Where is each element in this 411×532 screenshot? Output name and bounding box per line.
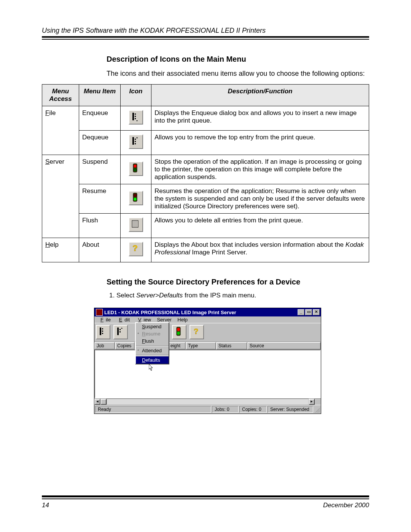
- svg-point-9: [134, 165, 137, 168]
- mi-separator2: [136, 355, 169, 356]
- menu-file[interactable]: File: [96, 316, 113, 323]
- svg-rect-4: [132, 137, 134, 145]
- cell-item-flush: Flush: [79, 214, 121, 238]
- section2-heading: Setting the Source Directory Preferences…: [107, 278, 369, 286]
- th-menu-access: Menu Access: [42, 85, 79, 106]
- footer-rule-thin: [42, 498, 369, 499]
- close-button[interactable]: ✕: [313, 309, 320, 315]
- cell-desc-suspend: Stops the operation of the application. …: [151, 155, 369, 184]
- server-dropdown: Suspend Resume Flush Attended Defaults: [135, 322, 169, 364]
- col-type[interactable]: Type: [186, 342, 216, 350]
- status-jobs: Jobs: 0: [212, 406, 239, 413]
- menu-help[interactable]: Help: [175, 316, 190, 323]
- cell-icon-about: ?: [121, 238, 151, 262]
- scroll-left-icon[interactable]: ◄: [94, 399, 100, 405]
- cell-icon-resume: [121, 184, 151, 214]
- dequeue-icon: [129, 134, 143, 149]
- svg-rect-22: [102, 331, 103, 332]
- cell-desc-resume: Resumes the operation of the application…: [151, 184, 369, 214]
- icon-table: Menu Access Menu Item Icon Description/F…: [42, 84, 369, 262]
- minimize-button[interactable]: _: [298, 309, 304, 315]
- menu-bar: File Edit View Server Help: [94, 316, 321, 323]
- scroll-right-icon[interactable]: ►: [309, 399, 315, 405]
- toolbar-help-icon[interactable]: ?: [190, 325, 204, 339]
- toolbar-traffic-icon[interactable]: [172, 325, 186, 339]
- window-title: LED1 - KODAK PROFESSIONAL LED Image Prin…: [104, 310, 236, 315]
- maximize-button[interactable]: ▭: [305, 309, 312, 315]
- step-list: Select Server>Defaults from the IPS main…: [107, 292, 369, 299]
- th-menu-item: Menu Item: [79, 85, 121, 106]
- cell-item-dequeue: Dequeue: [79, 131, 121, 155]
- mi-defaults[interactable]: Defaults: [136, 356, 169, 364]
- list-area[interactable]: [94, 350, 321, 398]
- horizontal-scrollbar[interactable]: ◄ ►: [94, 398, 321, 405]
- svg-line-32: [317, 410, 320, 412]
- toolbar-enqueue-icon[interactable]: [96, 325, 110, 339]
- cell-item-suspend: Suspend: [79, 155, 121, 184]
- status-bar: Ready Jobs: 0 Copies: 0 Server: Suspende…: [94, 405, 321, 414]
- mi-attended[interactable]: Attended: [136, 347, 169, 354]
- header-rule-thick: [42, 36, 369, 38]
- cell-desc-about: Displays the About box that includes ver…: [151, 238, 369, 262]
- svg-point-28: [177, 328, 180, 331]
- cell-icon-enqueue: [121, 106, 151, 131]
- cell-access-file: File: [42, 106, 79, 131]
- svg-rect-5: [135, 139, 136, 140]
- svg-rect-7: [135, 143, 136, 144]
- doc-header-title: Using the IPS Software with the KODAK PR…: [42, 27, 369, 35]
- svg-rect-26: [119, 331, 121, 332]
- cell-access-blank1: [42, 131, 79, 155]
- svg-text:?: ?: [132, 243, 137, 253]
- cell-icon-dequeue: [121, 131, 151, 155]
- section1-heading: Description of Icons on the Main Menu: [107, 55, 369, 64]
- mi-resume: Resume: [136, 330, 169, 337]
- th-description: Description/Function: [151, 85, 369, 106]
- mi-separator1: [136, 345, 169, 346]
- status-server: Server: Suspended: [268, 406, 313, 413]
- app-icon: [96, 309, 103, 316]
- scroll-track[interactable]: [107, 399, 309, 405]
- screenshot-window: LED1 - KODAK PROFESSIONAL LED Image Prin…: [94, 308, 321, 414]
- footer-date: December 2000: [323, 502, 369, 509]
- svg-rect-2: [135, 116, 136, 117]
- resume-icon: [129, 191, 143, 205]
- cell-item-enqueue: Enqueue: [79, 106, 121, 131]
- svg-rect-20: [100, 328, 101, 335]
- svg-text:?: ?: [194, 327, 198, 335]
- col-source[interactable]: Source: [247, 342, 321, 350]
- page-number: 14: [42, 502, 49, 509]
- suspend-icon: [129, 161, 143, 176]
- flush-icon: [129, 217, 143, 232]
- cell-icon-suspend: [121, 155, 151, 184]
- svg-rect-25: [119, 329, 121, 330]
- col-copies[interactable]: Copies: [115, 342, 135, 350]
- cell-icon-flush: [121, 214, 151, 238]
- col-height[interactable]: eight: [168, 342, 186, 350]
- svg-rect-1: [135, 113, 136, 115]
- section1-intro: The icons and their associated menu item…: [107, 69, 369, 78]
- col-status[interactable]: Status: [216, 342, 247, 350]
- column-headers: Job Copies eight Type Status Source: [94, 342, 321, 350]
- svg-point-29: [177, 332, 180, 335]
- enqueue-icon: [129, 110, 143, 125]
- cell-desc-dequeue: Allows you to remove the top entry from …: [151, 131, 369, 155]
- menu-edit[interactable]: Edit: [115, 316, 132, 323]
- resize-grip-icon[interactable]: [314, 407, 320, 413]
- svg-point-12: [134, 194, 137, 197]
- toolbar-dequeue-icon[interactable]: [113, 325, 128, 339]
- svg-point-13: [134, 198, 137, 201]
- mi-flush[interactable]: Flush: [136, 337, 169, 345]
- footer-rule-thick: [42, 495, 369, 497]
- cell-desc-flush: Allows you to delete all entries from th…: [151, 214, 369, 238]
- toolbar: ?: [94, 323, 321, 342]
- title-bar[interactable]: LED1 - KODAK PROFESSIONAL LED Image Prin…: [94, 308, 321, 316]
- svg-line-33: [319, 411, 320, 412]
- step-1: Select Server>Defaults from the IPS main…: [116, 292, 369, 299]
- col-job[interactable]: Job: [94, 342, 115, 350]
- cell-access-blank3: [42, 214, 79, 238]
- mi-suspend[interactable]: Suspend: [136, 323, 169, 330]
- about-icon: ?: [129, 242, 143, 256]
- cell-item-resume: Resume: [79, 184, 121, 214]
- svg-rect-21: [102, 328, 103, 329]
- cell-item-about: About: [79, 238, 121, 262]
